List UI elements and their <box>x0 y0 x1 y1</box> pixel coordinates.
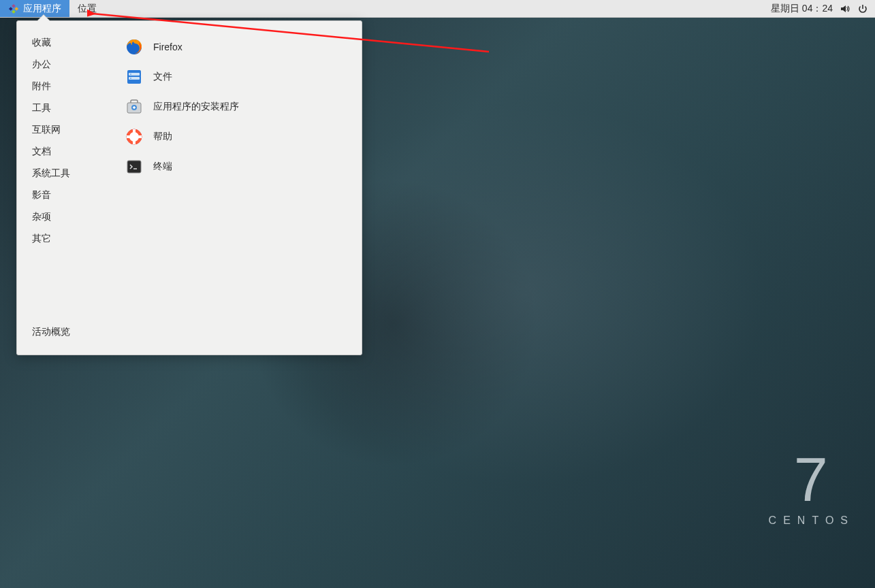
applications-menu-label: 应用程序 <box>23 3 61 15</box>
svg-point-9 <box>130 78 131 79</box>
app-terminal[interactable]: 终端 <box>112 152 362 182</box>
places-menu-button[interactable]: 位置 <box>69 0 105 17</box>
svg-point-8 <box>130 74 131 75</box>
app-files-label: 文件 <box>153 71 172 83</box>
app-help[interactable]: 帮助 <box>112 122 362 152</box>
power-icon[interactable] <box>857 3 868 14</box>
svg-rect-14 <box>133 141 136 144</box>
category-other[interactable]: 其它 <box>17 228 112 250</box>
category-office[interactable]: 办公 <box>17 54 112 76</box>
terminal-icon <box>125 157 144 176</box>
firefox-icon <box>125 37 144 56</box>
centos-brand: 7 CENTOS <box>769 449 855 527</box>
category-accessories[interactable]: 附件 <box>17 76 112 97</box>
files-icon <box>125 67 144 86</box>
app-software-install-label: 应用程序的安装程序 <box>153 101 239 113</box>
panel-right: 星期日 04：24 <box>771 0 875 17</box>
centos-version: 7 <box>769 449 855 510</box>
svg-rect-17 <box>127 161 141 173</box>
app-list: Firefox 文件 <box>112 28 362 312</box>
category-sundry[interactable]: 杂项 <box>17 206 112 228</box>
app-files[interactable]: 文件 <box>112 62 362 92</box>
app-help-label: 帮助 <box>153 131 172 143</box>
app-firefox-label: Firefox <box>153 42 182 52</box>
places-menu-label: 位置 <box>78 3 97 15</box>
category-list: 收藏 办公 附件 工具 互联网 文档 系统工具 影音 杂项 其它 <box>17 28 112 312</box>
activities-overview-button[interactable]: 活动概览 <box>32 323 70 341</box>
svg-rect-16 <box>138 135 142 138</box>
centos-name: CENTOS <box>769 514 855 527</box>
top-panel: 应用程序 位置 星期日 04：24 <box>0 0 875 18</box>
category-internet[interactable]: 互联网 <box>17 119 112 141</box>
svg-rect-13 <box>133 129 136 133</box>
category-utilities[interactable]: 工具 <box>17 97 112 119</box>
category-multimedia[interactable]: 影音 <box>17 184 112 206</box>
app-software-install[interactable]: 应用程序的安装程序 <box>112 92 362 122</box>
svg-rect-0 <box>12 3 16 7</box>
svg-rect-1 <box>14 7 18 11</box>
applications-menu-body: 收藏 办公 附件 工具 互联网 文档 系统工具 影音 杂项 其它 Firefox <box>17 21 362 312</box>
software-install-icon <box>125 97 144 116</box>
app-terminal-label: 终端 <box>153 161 172 173</box>
svg-rect-3 <box>12 10 16 14</box>
applications-menu-footer: 活动概览 <box>17 312 362 355</box>
svg-rect-15 <box>127 135 130 138</box>
volume-icon[interactable] <box>840 3 850 14</box>
help-icon <box>125 127 144 146</box>
applications-menu-button[interactable]: 应用程序 <box>0 0 69 17</box>
panel-clock[interactable]: 星期日 04：24 <box>771 3 833 15</box>
category-favorites[interactable]: 收藏 <box>17 32 112 54</box>
app-firefox[interactable]: Firefox <box>112 32 362 62</box>
category-documentation[interactable]: 文档 <box>17 141 112 163</box>
applications-menu: 收藏 办公 附件 工具 互联网 文档 系统工具 影音 杂项 其它 Firefox <box>16 20 362 355</box>
centos-logo-icon <box>8 3 19 14</box>
svg-rect-2 <box>9 7 13 11</box>
panel-left: 应用程序 位置 <box>0 0 105 17</box>
category-system-tools[interactable]: 系统工具 <box>17 163 112 184</box>
